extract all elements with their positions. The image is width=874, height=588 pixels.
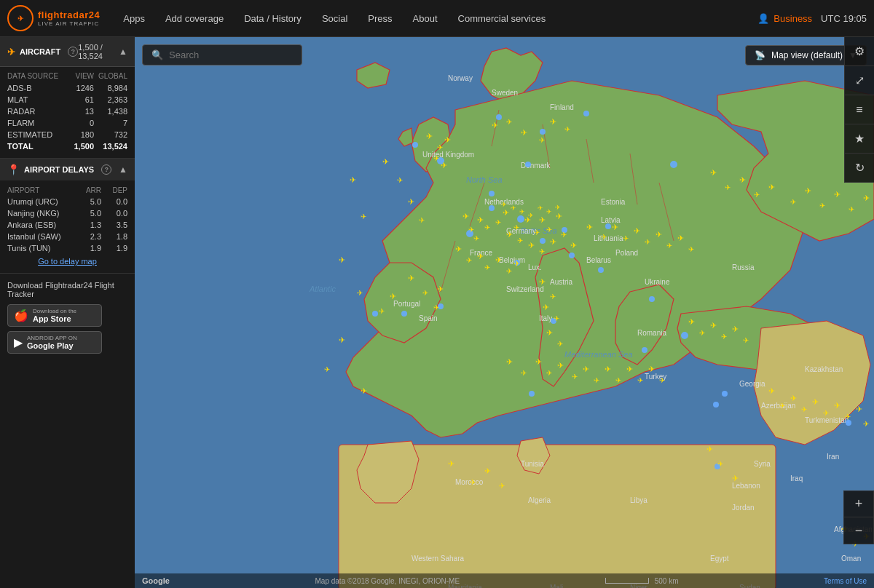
svg-text:✈: ✈ bbox=[819, 202, 825, 210]
svg-text:✈: ✈ bbox=[556, 212, 562, 220]
refresh-button[interactable]: ↻ bbox=[845, 154, 874, 183]
svg-text:✈: ✈ bbox=[513, 259, 520, 268]
google-play-badge[interactable]: ▶ ANDROID APP ON Google Play bbox=[7, 331, 102, 354]
svg-text:Algeria: Algeria bbox=[528, 496, 551, 504]
svg-text:✈: ✈ bbox=[823, 409, 829, 417]
data-row-adsb: ADS-B 1246 8,984 bbox=[0, 82, 135, 94]
esb-airport: Ankara (ESB) bbox=[7, 220, 75, 229]
total-source: TOTAL bbox=[7, 142, 68, 151]
svg-text:Ukraine: Ukraine bbox=[645, 278, 670, 286]
svg-text:Atlantic: Atlantic bbox=[309, 285, 336, 293]
data-row-flarm: FLARM 0 7 bbox=[0, 117, 135, 129]
svg-text:✈: ✈ bbox=[790, 198, 796, 206]
radar-global: 1,438 bbox=[94, 107, 127, 116]
google-play-text: ANDROID APP ON Google Play bbox=[27, 335, 77, 350]
nav-commercial[interactable]: Commercial services bbox=[448, 0, 556, 37]
settings-button[interactable]: ⚙ bbox=[845, 37, 874, 66]
svg-text:✈: ✈ bbox=[790, 394, 797, 402]
logo[interactable]: ✈ flightradar24 LIVE AIR TRAFFIC bbox=[7, 5, 100, 31]
total-global: 13,524 bbox=[94, 142, 127, 151]
svg-text:✈: ✈ bbox=[863, 420, 869, 428]
svg-text:Libya: Libya bbox=[630, 496, 647, 504]
svg-text:✈: ✈ bbox=[538, 204, 543, 212]
total-view: 1,500 bbox=[68, 142, 94, 151]
scale-line bbox=[605, 578, 649, 584]
urc-airport: Urumqi (URC) bbox=[7, 197, 75, 206]
svg-text:✈: ✈ bbox=[717, 460, 723, 468]
app-store-badge[interactable]: 🍎 Download on the App Store bbox=[7, 304, 102, 327]
svg-text:✈: ✈ bbox=[506, 230, 513, 239]
airport-col-header: AIRPORT bbox=[7, 186, 75, 194]
nav-about[interactable]: About bbox=[403, 0, 448, 37]
svg-text:✈: ✈ bbox=[437, 143, 443, 151]
zoom-in-button[interactable]: + bbox=[844, 491, 873, 517]
mlat-view: 61 bbox=[68, 95, 94, 104]
svg-text:✈: ✈ bbox=[361, 386, 367, 395]
svg-text:✈: ✈ bbox=[594, 376, 599, 384]
svg-text:✈: ✈ bbox=[408, 274, 414, 282]
svg-text:✈: ✈ bbox=[666, 242, 672, 250]
delays-help-icon[interactable]: ? bbox=[101, 164, 111, 175]
nav-data-history[interactable]: Data / History bbox=[234, 0, 312, 37]
scale-label: 500 km bbox=[655, 577, 679, 585]
svg-text:✈: ✈ bbox=[501, 201, 507, 208]
svg-point-74 bbox=[569, 253, 575, 258]
svg-text:✈: ✈ bbox=[499, 482, 505, 490]
svg-point-72 bbox=[670, 161, 677, 168]
map-tools-panel: ⚙ ⤢ ≡ ★ ↻ bbox=[844, 37, 874, 183]
svg-point-73 bbox=[605, 223, 611, 229]
svg-text:Tunisia: Tunisia bbox=[521, 460, 544, 468]
logo-title: flightradar24 bbox=[38, 9, 100, 20]
svg-text:✈: ✈ bbox=[572, 373, 578, 381]
favorites-button[interactable]: ★ bbox=[845, 124, 874, 154]
svg-text:Romania: Romania bbox=[637, 329, 666, 337]
filter-button[interactable]: ≡ bbox=[845, 95, 874, 124]
svg-text:✈: ✈ bbox=[506, 267, 512, 275]
svg-text:✈: ✈ bbox=[539, 277, 546, 286]
svg-text:✈: ✈ bbox=[856, 405, 862, 413]
search-box[interactable]: 🔍 bbox=[142, 44, 302, 65]
nav-social[interactable]: Social bbox=[312, 0, 358, 37]
adsb-global: 8,984 bbox=[94, 84, 127, 92]
svg-text:Poland: Poland bbox=[615, 249, 638, 257]
tun-arr: 1.9 bbox=[75, 244, 101, 253]
collapse-aircraft-icon[interactable]: ▲ bbox=[119, 47, 127, 57]
svg-text:✈: ✈ bbox=[470, 478, 476, 486]
svg-text:✈: ✈ bbox=[812, 397, 819, 406]
business-button[interactable]: 👤 Business bbox=[757, 13, 812, 24]
fullscreen-button[interactable]: ⤢ bbox=[845, 66, 874, 95]
fullscreen-icon: ⤢ bbox=[855, 74, 865, 87]
map-area[interactable]: North Sea Baltic Sea Mediterranean Sea A… bbox=[135, 37, 874, 588]
svg-text:Azerbaijan: Azerbaijan bbox=[761, 402, 795, 410]
svg-text:✈: ✈ bbox=[539, 215, 546, 224]
tun-airport: Tunis (TUN) bbox=[7, 244, 75, 253]
star-icon: ★ bbox=[854, 132, 865, 146]
svg-text:✈: ✈ bbox=[390, 292, 396, 301]
app-store-large: App Store bbox=[33, 314, 76, 323]
svg-text:✈: ✈ bbox=[477, 252, 484, 261]
go-to-delay-map-link[interactable]: Go to delay map bbox=[0, 254, 135, 269]
aircraft-help-icon[interactable]: ? bbox=[68, 47, 78, 57]
svg-text:✈: ✈ bbox=[462, 212, 469, 220]
airport-delays-section: 📍 AIRPORT DELAYS ? ▲ AIRPORT ARR DEP Uru… bbox=[0, 158, 135, 273]
google-play-small: ANDROID APP ON bbox=[27, 335, 77, 341]
svg-text:✈: ✈ bbox=[615, 376, 621, 384]
terms-of-use-link[interactable]: Terms of Use bbox=[824, 577, 867, 585]
nav-apps[interactable]: Apps bbox=[113, 0, 155, 37]
svg-point-82 bbox=[583, 111, 589, 116]
svg-text:✈: ✈ bbox=[350, 175, 356, 184]
nav-add-coverage[interactable]: Add coverage bbox=[155, 0, 234, 37]
search-input[interactable] bbox=[169, 49, 293, 60]
scale-bar: 500 km bbox=[605, 577, 679, 585]
zoom-out-button[interactable]: − bbox=[844, 517, 873, 544]
svg-text:✈: ✈ bbox=[557, 340, 563, 348]
map-view-label: Map view (default) bbox=[771, 50, 843, 60]
nav-press[interactable]: Press bbox=[358, 0, 402, 37]
collapse-delays-icon[interactable]: ▲ bbox=[119, 164, 127, 175]
svg-text:✈: ✈ bbox=[521, 369, 527, 377]
svg-text:Belarus: Belarus bbox=[586, 256, 611, 264]
svg-text:✈: ✈ bbox=[437, 285, 444, 293]
svg-text:✈: ✈ bbox=[506, 118, 512, 126]
svg-text:✈: ✈ bbox=[583, 365, 589, 373]
svg-text:✈: ✈ bbox=[528, 212, 534, 219]
